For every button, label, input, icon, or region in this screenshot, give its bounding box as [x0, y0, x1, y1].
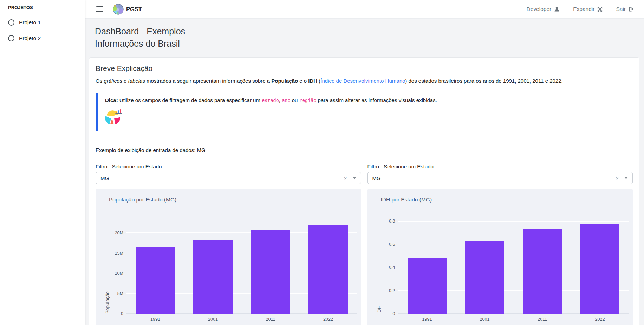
- intro-text: ) dos estados brasileiros para os anos d…: [405, 78, 562, 84]
- plot-area[interactable]: 05M10M15M20M1991200120112022: [126, 221, 357, 314]
- developer-label: Developer: [527, 6, 552, 12]
- main-area: PGST Developer Expandir: [85, 0, 644, 325]
- intro-bold: População: [271, 78, 298, 84]
- intro-italic: gráficos: [104, 78, 122, 84]
- intro-text: Os: [96, 78, 104, 84]
- bar-1991: [136, 247, 175, 314]
- developer-link[interactable]: Developer: [527, 6, 560, 12]
- y-tick-label: 0.2: [389, 288, 395, 293]
- select-value: MG: [100, 175, 344, 181]
- page-title-line2: Informações do Brasil: [95, 39, 180, 48]
- sign-out-icon: [629, 6, 634, 12]
- expand-icon: [597, 7, 603, 12]
- population-column: Filtro - Selecione um Estado MG × Popula…: [96, 164, 361, 325]
- filter-label: Filtro - Selecione um Estado: [96, 164, 361, 170]
- bar-2011: [523, 229, 562, 314]
- intro-text: mostrados a seguir apresentam informaçõe…: [145, 78, 271, 84]
- idh-link[interactable]: Índice de Desenvolvimento Humano: [320, 78, 405, 84]
- y-tick-label: 0.8: [389, 219, 395, 224]
- filter-label: Filtro - Selecione um Estado: [367, 164, 633, 170]
- radio-label: Projeto 1: [19, 19, 41, 26]
- tip-callout: Dica: Utilize os campos de filtragem de …: [96, 93, 633, 131]
- bar-1991: [408, 258, 447, 314]
- y-tick-label: 0.4: [389, 265, 395, 270]
- y-tick-label: 0: [393, 311, 395, 316]
- page-content: DashBoard - Exemplos - Informações do Br…: [85, 19, 644, 325]
- pie-bar-chart-icon: [105, 109, 123, 126]
- tip-text: Dica: Utilize os campos de filtragem de …: [105, 97, 633, 104]
- menu-toggle-button[interactable]: [96, 5, 104, 13]
- charts-grid: Filtro - Selecione um Estado MG × Popula…: [96, 164, 633, 325]
- y-axis-title: População: [105, 221, 110, 314]
- x-tick-label: 2001: [208, 317, 218, 322]
- chevron-down-icon[interactable]: [624, 177, 628, 179]
- x-tick-label: 2022: [595, 317, 605, 322]
- radio-icon[interactable]: [8, 35, 14, 41]
- globe-logo-icon: [113, 4, 124, 15]
- y-tick-label: 5M: [117, 291, 123, 296]
- y-tick-label: 20M: [115, 231, 123, 236]
- chevron-down-icon[interactable]: [353, 177, 356, 179]
- radio-icon[interactable]: [8, 19, 14, 26]
- clear-x-icon[interactable]: ×: [344, 175, 347, 181]
- page-title: DashBoard - Exemplos - Informações do Br…: [95, 25, 644, 50]
- select-value: MG: [372, 175, 616, 181]
- state-select[interactable]: MG ×: [367, 172, 633, 184]
- y-tick-label: 0: [121, 311, 123, 316]
- x-tick-label: 2011: [538, 317, 547, 322]
- bar-2011: [251, 230, 290, 314]
- y-axis-title: IDH: [377, 221, 382, 314]
- sidebar-item-projeto-1[interactable]: Projeto 1: [8, 19, 82, 26]
- idh-chart: IDH por Estado (MG) IDH 00.20.40.60.8199…: [367, 189, 633, 325]
- x-tick-label: 2011: [266, 317, 275, 322]
- projects-sidebar: PROJETOS Projeto 1 Projeto 2: [0, 0, 85, 325]
- idh-column: Filtro - Selecione um Estado MG × IDH po…: [367, 164, 633, 325]
- clear-x-icon[interactable]: ×: [616, 175, 619, 181]
- intro-text: e o: [298, 78, 308, 84]
- logout-label: Sair: [616, 6, 626, 12]
- code-estado: estado: [262, 98, 279, 103]
- population-chart: População por Estado (MG) População 05M1…: [96, 189, 361, 325]
- brand-name: PGST: [126, 6, 142, 13]
- explanation-card: Breve Explicação Os gráficos e tabelas m…: [89, 57, 639, 325]
- intro-text: e: [122, 78, 128, 84]
- bar-2001: [193, 240, 233, 314]
- expand-link[interactable]: Expandir: [573, 6, 603, 12]
- intro-italic: tabelas: [128, 78, 145, 84]
- x-tick-label: 1991: [422, 317, 432, 322]
- sidebar-item-projeto-2[interactable]: Projeto 2: [8, 35, 82, 41]
- top-navbar: PGST Developer Expandir: [85, 0, 644, 19]
- x-tick-label: 2001: [480, 317, 490, 322]
- page-title-line1: DashBoard - Exemplos -: [95, 26, 190, 36]
- navbar-links: Developer Expandir: [527, 6, 638, 12]
- y-tick-label: 0.6: [389, 242, 395, 247]
- bar-2022: [308, 225, 348, 314]
- expand-label: Expandir: [573, 6, 594, 12]
- x-tick-label: 1991: [150, 317, 160, 322]
- chart-title: IDH por Estado (MG): [381, 197, 432, 203]
- brand[interactable]: PGST: [113, 4, 142, 15]
- user-icon: [554, 6, 560, 12]
- y-tick-label: 10M: [115, 271, 123, 276]
- example-line: Exemplo de exibição de entrada de dados:…: [96, 147, 633, 153]
- chart-title: População por Estado (MG): [109, 197, 176, 203]
- y-tick-label: 15M: [115, 251, 123, 256]
- radio-label: Projeto 2: [19, 35, 41, 41]
- x-tick-label: 2022: [323, 317, 333, 322]
- bar-2022: [580, 224, 620, 314]
- plot-area[interactable]: 00.20.40.60.81991200120112022: [398, 221, 629, 314]
- code-regiao: região: [299, 98, 317, 103]
- code-ano: ano: [282, 98, 290, 103]
- logout-link[interactable]: Sair: [616, 6, 634, 12]
- card-heading: Breve Explicação: [96, 64, 633, 73]
- intro-text: (: [317, 78, 320, 84]
- bar-2001: [465, 241, 505, 314]
- state-select[interactable]: MG ×: [96, 172, 361, 184]
- tip-label: Dica:: [105, 97, 118, 103]
- divider: [96, 139, 633, 139]
- sidebar-title: PROJETOS: [8, 5, 82, 10]
- intro-paragraph: Os gráficos e tabelas mostrados a seguir…: [96, 78, 633, 84]
- intro-bold: IDH: [308, 78, 317, 84]
- gridline: [398, 221, 629, 222]
